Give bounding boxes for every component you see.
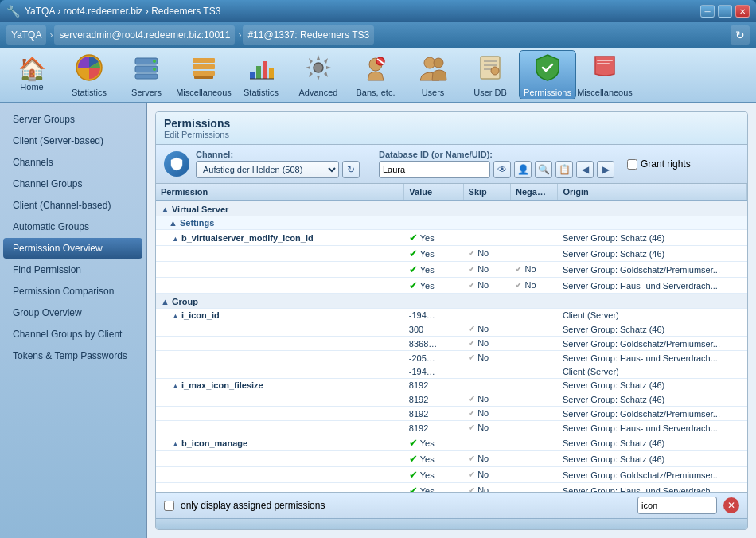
table-row: ✔ Yes ✔ No Server Group: Goldschatz/Prem…	[156, 467, 747, 483]
toolbar-permissions[interactable]: Permissions	[519, 50, 576, 99]
toolbar-bans-label: Bans, etc.	[357, 88, 396, 97]
toolbar-misc1[interactable]: Miscellaneous	[175, 50, 232, 99]
sidebar-item-permission-comparison[interactable]: Permission Comparison	[3, 281, 142, 302]
sidebar-item-group-overview[interactable]: Group Overview	[3, 302, 142, 323]
svg-rect-3	[135, 74, 158, 79]
toolbar-users[interactable]: Users	[404, 50, 462, 99]
channel-select[interactable]: Aufstieg der Helden (508)	[196, 161, 339, 178]
addr-server[interactable]: serveradmin@root4.redeemer.biz:10011	[54, 25, 235, 45]
close-button[interactable]: ✕	[735, 5, 750, 18]
toolbar-advanced-label: Advanced	[299, 88, 338, 97]
table-row: 8192 ✔ No Server Group: Schatz (46)	[156, 392, 747, 407]
userdb-icon	[476, 53, 505, 86]
resize-dots-icon: ⋯	[736, 520, 744, 528]
table-row: 300 ✔ No Server Group: Schatz (46)	[156, 322, 747, 337]
toolbar-statistics2-label: Statistics	[244, 88, 279, 97]
svg-rect-26	[597, 60, 613, 61]
grant-rights-checkbox[interactable]	[627, 159, 637, 170]
toolbar-misc2-label: Miscellaneous	[577, 88, 633, 97]
toolbar-userdb[interactable]: User DB	[462, 50, 519, 99]
col-skip: Skip	[463, 184, 510, 201]
window-title: YaTQA › root4.redeemer.biz › Redeemers T…	[25, 6, 696, 17]
bottom-bar: only display assigned permissions ✕	[156, 492, 747, 518]
addr-arrow-2: ›	[238, 29, 241, 41]
toolbar-misc2[interactable]: Miscellaneous	[576, 50, 633, 99]
toolbar-users-label: Users	[422, 88, 445, 97]
sidebar-item-client-channel-based[interactable]: Client (Channel-based)	[3, 195, 142, 216]
sidebar-item-channel-groups[interactable]: Channel Groups	[3, 173, 142, 194]
toolbar-servers[interactable]: Servers	[118, 50, 175, 99]
db-id-group: Database ID (or Name/UID): 👁 👤 🔍 📋 ◀ ▶	[379, 150, 614, 178]
addr-yatqa[interactable]: YaTQA	[6, 25, 46, 45]
toolbar-bans[interactable]: Bans, etc.	[347, 50, 404, 99]
table-row: ▲ i_icon_id -194… Client (Server)	[156, 309, 747, 322]
search-input[interactable]	[637, 497, 717, 514]
channel-label: Channel:	[196, 150, 360, 159]
table-row: ✔ Yes ✔ No ✔ No Server Group: Haus- und …	[156, 278, 747, 294]
db-prev-button[interactable]: ◀	[576, 161, 594, 178]
svg-point-15	[314, 63, 323, 72]
db-id-input[interactable]	[379, 161, 490, 178]
toolbar-statistics2[interactable]: Statistics	[232, 50, 290, 99]
addr-ts3[interactable]: #11@1337: Redeemers TS3	[243, 25, 374, 45]
db-view-button[interactable]: 👁	[493, 161, 511, 178]
svg-rect-7	[193, 64, 215, 69]
col-permission: Permission	[156, 184, 404, 201]
svg-rect-9	[194, 76, 213, 79]
db-list-button[interactable]: 📋	[555, 161, 573, 178]
channel-row: Aufstieg der Helden (508) ↻	[196, 161, 360, 178]
db-id-label: Database ID (or Name/UID):	[379, 150, 614, 159]
table-row: 8368… ✔ No Server Group: Goldschatz/Prem…	[156, 337, 747, 351]
maximize-button[interactable]: □	[718, 5, 732, 18]
misc1-icon	[189, 53, 218, 86]
db-next-button[interactable]: ▶	[597, 161, 614, 178]
permissions-icon	[533, 53, 562, 86]
sidebar-item-tokens[interactable]: Tokens & Temp Passwords	[3, 345, 142, 366]
toolbar-permissions-label: Permissions	[524, 88, 571, 97]
channel-field-group: Channel: Aufstieg der Helden (508) ↻	[196, 150, 360, 178]
window-controls: ─ □ ✕	[700, 5, 750, 18]
toolbar-statistics1[interactable]: Statistics	[60, 50, 118, 99]
assigned-only-checkbox[interactable]	[164, 501, 174, 511]
svg-point-25	[491, 67, 499, 75]
misc2-icon	[590, 53, 619, 86]
toolbar-home-label: Home	[20, 82, 43, 92]
table-row: ▲ b_icon_manage ✔ Yes Server Group: Scha…	[156, 435, 747, 451]
db-user-button[interactable]: 👤	[514, 161, 532, 178]
sidebar-item-channel-groups-by-client[interactable]: Channel Groups by Client	[3, 324, 142, 345]
panel-subtitle: Edit Permissions	[164, 130, 739, 139]
permission-table-container[interactable]: Permission Value Skip Nega… Origin ▲ Vir…	[156, 184, 747, 492]
svg-rect-6	[193, 58, 215, 63]
resize-handle[interactable]: ⋯	[156, 518, 747, 529]
sidebar-item-automatic-groups[interactable]: Automatic Groups	[3, 216, 142, 237]
minimize-button[interactable]: ─	[700, 5, 715, 18]
grant-rights-label: Grant rights	[641, 158, 691, 170]
advanced-icon	[304, 53, 333, 86]
table-header-row: Permission Value Skip Nega… Origin	[156, 184, 747, 201]
col-value: Value	[404, 184, 463, 201]
toolbar-servers-label: Servers	[131, 88, 162, 97]
sidebar-item-find-permission[interactable]: Find Permission	[3, 259, 142, 280]
main-layout: Server GroupsClient (Server-based)Channe…	[0, 103, 756, 538]
toolbar-advanced[interactable]: Advanced	[290, 50, 347, 99]
sidebar-item-permission-overview[interactable]: Permission Overview	[3, 238, 142, 259]
channel-refresh-button[interactable]: ↻	[342, 161, 360, 178]
table-row: ▲ b_virtualserver_modify_icon_id ✔ Yes S…	[156, 230, 747, 246]
grant-rights-group: Grant rights	[627, 158, 691, 170]
svg-rect-10	[250, 72, 255, 79]
search-clear-button[interactable]: ✕	[723, 497, 739, 513]
sidebar-item-channels[interactable]: Channels	[3, 152, 142, 173]
clear-icon: ✕	[727, 500, 735, 511]
stats2-icon	[247, 53, 275, 86]
assigned-only-label: only display assigned permissions	[181, 500, 325, 511]
sidebar-item-server-groups[interactable]: Server Groups	[3, 109, 142, 130]
svg-point-5	[153, 68, 156, 71]
toolbar-home[interactable]: 🏠 Home	[3, 50, 60, 99]
sidebar-item-client-server-based[interactable]: Client (Server-based)	[3, 131, 142, 151]
panel-header: Permissions Edit Permissions	[156, 112, 747, 145]
refresh-button[interactable]: ↻	[731, 25, 750, 45]
svg-rect-12	[263, 61, 267, 79]
permission-table: Permission Value Skip Nega… Origin ▲ Vir…	[156, 184, 747, 492]
db-search-button[interactable]: 🔍	[535, 161, 552, 178]
col-origin: Origin	[558, 184, 747, 201]
